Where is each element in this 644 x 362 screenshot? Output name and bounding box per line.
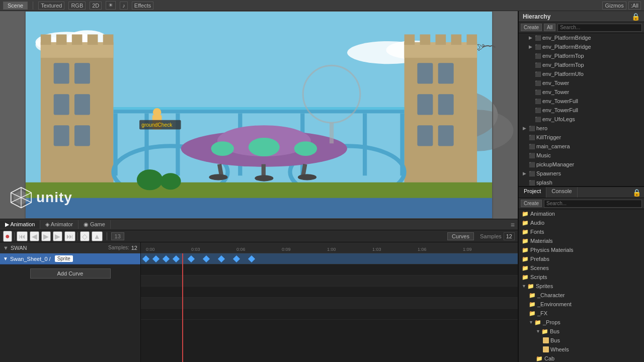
h-item-envT1[interactable]: ⬛ env_Tower <box>519 78 644 87</box>
tab-animator[interactable]: ◈ Animator <box>40 220 78 229</box>
next-keyframe-button[interactable]: ▶ <box>53 231 62 241</box>
record-button[interactable]: ● <box>3 231 12 242</box>
viewport[interactable]: groundCheck 🕊 unity <box>0 11 518 219</box>
track-lane-empty-4 <box>141 298 518 309</box>
project-search-input[interactable] <box>544 200 642 208</box>
effects-dropdown[interactable]: Effects <box>132 2 153 10</box>
samples-label: Samples <box>480 233 502 239</box>
panel-collapse-btn[interactable]: ≡ <box>511 221 515 229</box>
h-item-envPT2[interactable]: ⬛ env_PlatformTop <box>519 60 644 69</box>
p-item-environment[interactable]: 📁 _Environment <box>519 300 644 309</box>
h-item-envT2[interactable]: ⬛ env_Tower <box>519 87 644 97</box>
add-keyframe-button[interactable]: ◇ <box>80 231 90 241</box>
svg-rect-28 <box>417 63 433 83</box>
keyframe-2[interactable] <box>152 255 159 262</box>
view-mode-2d[interactable]: 2D <box>90 2 102 10</box>
top-bar: Scene Textured RGB 2D ☀ ♪ Effects Gizmos… <box>0 0 644 11</box>
animation-track-row[interactable]: ▼ Swan_Sheet_0 / Sprite <box>0 253 140 264</box>
project-lock-icon[interactable]: 🔒 <box>632 189 641 197</box>
h-item-envPU[interactable]: ⬛ env_PlatformUfo <box>519 69 644 78</box>
keyframe-4[interactable] <box>173 255 180 262</box>
keyframe-1[interactable] <box>142 255 149 262</box>
animation-timeline[interactable]: 0:00 0:03 0:06 0:09 1:00 1:03 1:06 1:09 <box>141 242 518 362</box>
tab-console[interactable]: Console <box>546 187 577 198</box>
h-item-envTF2[interactable]: ⬛ env_TowerFull <box>519 106 644 115</box>
p-item-fonts[interactable]: 📁 Fonts <box>519 227 644 236</box>
svg-point-63 <box>153 108 162 117</box>
p-item-audio[interactable]: 📁 Audio <box>519 218 644 227</box>
h-item-music[interactable]: ⬛ Music <box>519 151 644 160</box>
toolbar-sep-2 <box>77 232 78 240</box>
hierarchy-all-btn[interactable]: All <box>544 24 555 31</box>
goto-start-button[interactable]: ⏮ <box>17 231 28 241</box>
keyframe-3[interactable] <box>163 255 170 262</box>
p-item-bus-folder[interactable]: ▼ 📁 Bus <box>519 327 644 336</box>
p-item-scripts[interactable]: 📁 Scripts <box>519 273 644 282</box>
animation-object-name[interactable]: SWAN <box>11 245 27 251</box>
h-item-envUL[interactable]: ⬛ env_UfoLegs <box>519 115 644 124</box>
render-mode-dropdown[interactable]: Textured <box>38 2 64 10</box>
goto-end-button[interactable]: ⏭ <box>64 231 75 241</box>
h-item-envTF1[interactable]: ⬛ env_TowerFull <box>519 97 644 106</box>
p-item-character[interactable]: 📁 _Character <box>519 291 644 300</box>
h-item-pickupmanager[interactable]: ⬛ pickupManager <box>519 160 644 169</box>
p-item-wheels[interactable]: Wheels <box>519 345 644 354</box>
tab-project[interactable]: Project <box>519 187 546 198</box>
curves-button[interactable]: Curves <box>447 232 474 240</box>
h-item-envPB1[interactable]: ▶ ⬛ env_PlatformBridge <box>519 33 644 42</box>
track-lane-empty-1 <box>141 264 518 276</box>
keyframe-6[interactable] <box>203 255 210 262</box>
keyframe-8[interactable] <box>233 255 240 262</box>
speed-input[interactable]: 13 <box>111 232 124 240</box>
p-item-props[interactable]: ▼ 📁 _Props <box>519 318 644 327</box>
animation-panel: ▶ Animation ◈ Animator ◉ Game ≡ ● ⏮ ◀ <box>0 219 518 362</box>
unity-logo: unity <box>10 187 72 209</box>
gizmos-dropdown[interactable]: Gizmos <box>602 2 626 10</box>
play-button[interactable]: ▶ <box>41 231 51 241</box>
keyframe-9[interactable] <box>248 255 255 262</box>
p-item-physics-materials[interactable]: 📁 Physics Materials <box>519 245 644 254</box>
p-item-materials[interactable]: 📁 Materials <box>519 236 644 245</box>
p-item-scenes[interactable]: 📁 Scenes <box>519 263 644 273</box>
h-item-killtrigger[interactable]: ⬛ KillTrigger <box>519 133 644 142</box>
keyframe-7[interactable] <box>218 255 225 262</box>
svg-rect-33 <box>438 125 454 146</box>
bus-arrow: ▼ <box>536 329 540 334</box>
tab-game[interactable]: ◉ Game <box>78 220 111 229</box>
add-event-button[interactable]: ▲ <box>92 231 103 241</box>
h-item-maincam[interactable]: ⬛ main_camera <box>519 142 644 151</box>
folder-icon-physics-materials: 📁 <box>522 247 529 253</box>
svg-text:groundCheck: groundCheck <box>141 122 173 128</box>
h-item-spawners[interactable]: ▶ ⬛ Spawners <box>519 169 644 178</box>
add-curve-button[interactable]: Add Curve <box>30 268 111 279</box>
project-create-btn[interactable]: Create <box>521 200 542 207</box>
p-item-sprites[interactable]: ▼ 📁 Sprites <box>519 282 644 291</box>
samples-value[interactable]: 12 <box>504 232 515 240</box>
timeline-cursor[interactable] <box>182 253 183 362</box>
p-item-cab[interactable]: 📁 Cab <box>519 354 644 362</box>
layers-dropdown[interactable]: :All <box>628 2 641 10</box>
keyframe-5[interactable] <box>188 255 195 262</box>
svg-rect-59 <box>330 123 334 143</box>
toolbar-sep-3 <box>107 232 107 240</box>
h-item-hero[interactable]: ▶ ⬛ hero <box>519 124 644 133</box>
hierarchy-create-btn[interactable]: Create <box>521 24 542 31</box>
h-item-envPB2[interactable]: ▶ ⬛ env_PlatformBridge <box>519 42 644 51</box>
hierarchy-search-input[interactable] <box>557 24 642 32</box>
svg-rect-11 <box>56 34 67 45</box>
tab-animation[interactable]: ▶ Animation <box>0 220 40 229</box>
prev-keyframe-button[interactable]: ◀ <box>30 231 39 241</box>
audio-toggle[interactable]: ♪ <box>120 2 128 10</box>
lighting-toggle[interactable]: ☀ <box>106 1 116 10</box>
h-item-splash[interactable]: ⬛ splash <box>519 178 644 186</box>
p-item-fx[interactable]: 📁 _FX <box>519 309 644 318</box>
p-item-animation[interactable]: 📁 Animation <box>519 209 644 218</box>
p-item-bus-file[interactable]: Bus <box>519 336 644 345</box>
color-mode-dropdown[interactable]: RGB <box>68 2 86 10</box>
scene-window-tab[interactable]: Scene <box>3 2 28 10</box>
svg-rect-23 <box>405 34 415 45</box>
hierarchy-lock-icon[interactable]: 🔒 <box>631 13 640 21</box>
p-item-prefabs[interactable]: 📁 Prefabs <box>519 254 644 263</box>
h-item-envPT1[interactable]: ⬛ env_PlatformTop <box>519 51 644 60</box>
track-lane-sprite[interactable] <box>141 253 518 264</box>
